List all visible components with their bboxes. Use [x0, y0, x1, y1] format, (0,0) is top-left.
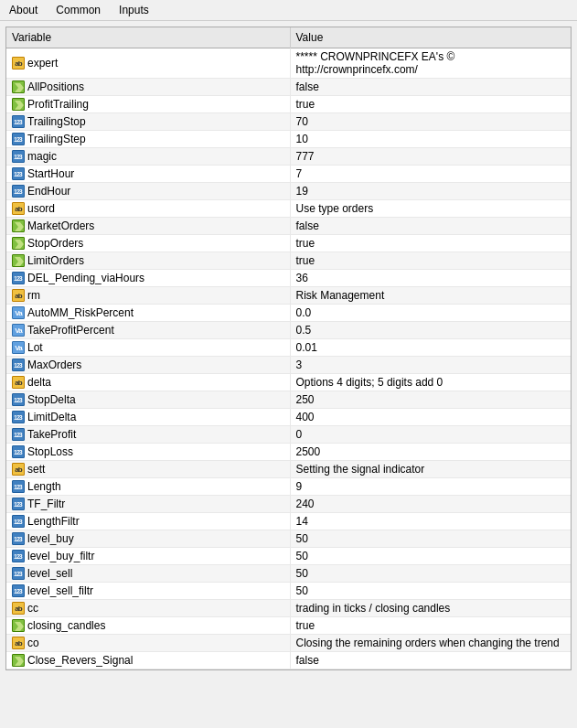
icon-ab: ab [12, 463, 25, 476]
table-row[interactable]: TrailingStep10 [6, 131, 571, 148]
table-row[interactable]: StopLoss2500 [6, 444, 571, 461]
table-row[interactable]: MaxOrders3 [6, 357, 571, 374]
table-container: Variable Value abexpert***** CROWNPRINCE… [5, 27, 572, 670]
table-row[interactable]: level_sell50 [6, 565, 571, 583]
icon-green [12, 80, 25, 93]
icon-blue [12, 567, 25, 580]
icon-blue [12, 167, 25, 180]
table-row[interactable]: abcoClosing the remaining orders when ch… [6, 635, 571, 652]
variable-name: TakeProfit [27, 428, 76, 441]
table-row[interactable]: StopOrderstrue [6, 235, 571, 252]
variable-name: MaxOrders [27, 359, 81, 371]
icon-blue [12, 550, 25, 562]
table-row[interactable]: Length9 [6, 478, 571, 496]
variable-value: 19 [290, 183, 571, 200]
variable-name: StopOrders [27, 237, 83, 250]
table-row[interactable]: abexpert***** CROWNPRINCEFX EA's © http:… [6, 48, 571, 79]
variable-name: AutoMM_RiskPercent [27, 306, 134, 319]
table-row[interactable]: EndHour19 [6, 183, 571, 200]
table-row[interactable]: TrailingStop70 [6, 113, 571, 131]
variable-value: 2500 [290, 444, 571, 461]
variable-name: TrailingStop [27, 115, 86, 128]
icon-green [12, 619, 25, 632]
menu-common[interactable]: Common [52, 3, 104, 17]
table-row[interactable]: abrmRisk Management [6, 287, 571, 305]
icon-blue [12, 115, 25, 128]
icon-ab: ab [12, 602, 25, 615]
table-row[interactable]: VaAutoMM_RiskPercent0.0 [6, 305, 571, 322]
variable-name: MarketOrders [27, 219, 94, 232]
variable-value: Setting the signal indicator [290, 461, 571, 478]
variable-name: TakeProfitPercent [27, 324, 114, 337]
table-row[interactable]: MarketOrdersfalse [6, 218, 571, 235]
table-row[interactable]: abusordUse type orders [6, 200, 571, 218]
variable-name: co [27, 637, 39, 649]
variable-value: Closing the remaining orders when changi… [290, 635, 571, 652]
icon-blue [12, 498, 25, 510]
variable-value: 0.01 [290, 339, 571, 357]
table-row[interactable]: level_buy50 [6, 530, 571, 548]
table-row[interactable]: ProfitTrailingtrue [6, 96, 571, 113]
table-row[interactable]: magic777 [6, 148, 571, 166]
table-row[interactable]: TF_Filtr240 [6, 496, 571, 513]
table-header: Variable Value [6, 27, 571, 48]
icon-blue [12, 359, 25, 371]
table-row[interactable]: AllPositionsfalse [6, 79, 571, 96]
table-row[interactable]: TakeProfit0 [6, 426, 571, 444]
table-row[interactable]: LimitOrderstrue [6, 252, 571, 270]
variable-name: TF_Filtr [27, 498, 65, 510]
variable-name: magic [27, 150, 57, 163]
variable-value: 7 [290, 166, 571, 183]
icon-ab: ab [12, 57, 25, 70]
table-row[interactable]: absettSetting the signal indicator [6, 461, 571, 478]
variable-value: true [290, 235, 571, 252]
variable-name: expert [27, 57, 58, 70]
variable-value: Options 4 digits; 5 digits add 0 [290, 374, 571, 391]
variable-name: cc [27, 602, 38, 615]
variable-value: Use type orders [290, 200, 571, 218]
variable-value: 50 [290, 530, 571, 548]
icon-blue [12, 185, 25, 198]
variable-value: true [290, 617, 571, 635]
table-row[interactable]: LengthFiltr14 [6, 513, 571, 530]
variable-value: 10 [290, 131, 571, 148]
menubar: About Common Inputs [0, 0, 577, 21]
menu-about[interactable]: About [5, 3, 41, 17]
variable-name: level_sell [27, 567, 72, 580]
table-row[interactable]: abcctrading in ticks / closing candles [6, 600, 571, 617]
variable-name: usord [27, 202, 55, 215]
table-row[interactable]: level_buy_filtr50 [6, 548, 571, 565]
table-row[interactable]: DEL_Pending_viaHours36 [6, 270, 571, 287]
table-row[interactable]: Close_Revers_Signalfalse [6, 652, 571, 669]
variable-name: EndHour [27, 185, 70, 198]
icon-blue [12, 272, 25, 284]
variable-name: ProfitTrailing [27, 98, 89, 111]
menu-inputs[interactable]: Inputs [115, 3, 153, 17]
icon-green [12, 219, 25, 232]
variable-name: LengthFiltr [27, 515, 80, 528]
variable-name: AllPositions [27, 80, 84, 93]
icon-va: Va [12, 341, 25, 354]
variable-value: 36 [290, 270, 571, 287]
variable-name: StopDelta [27, 393, 76, 406]
variable-name: TrailingStep [27, 133, 86, 145]
variable-name: Lot [27, 341, 43, 354]
variable-name: StopLoss [27, 445, 73, 458]
variable-name: level_buy_filtr [27, 550, 94, 562]
table-row[interactable]: StartHour7 [6, 166, 571, 183]
icon-ab: ab [12, 637, 25, 649]
table-row[interactable]: abdeltaOptions 4 digits; 5 digits add 0 [6, 374, 571, 391]
variable-name: LimitDelta [27, 411, 76, 423]
variable-name: sett [27, 463, 45, 476]
table-row[interactable]: closing_candlestrue [6, 617, 571, 635]
variable-value: 0.5 [290, 322, 571, 339]
table-row[interactable]: LimitDelta400 [6, 409, 571, 426]
table-row[interactable]: level_sell_filtr50 [6, 583, 571, 600]
icon-blue [12, 150, 25, 163]
table-row[interactable]: VaLot0.01 [6, 339, 571, 357]
icon-green [12, 254, 25, 267]
table-row[interactable]: StopDelta250 [6, 391, 571, 409]
icon-va: Va [12, 306, 25, 319]
table-row[interactable]: VaTakeProfitPercent0.5 [6, 322, 571, 339]
variable-name: closing_candles [27, 619, 105, 632]
